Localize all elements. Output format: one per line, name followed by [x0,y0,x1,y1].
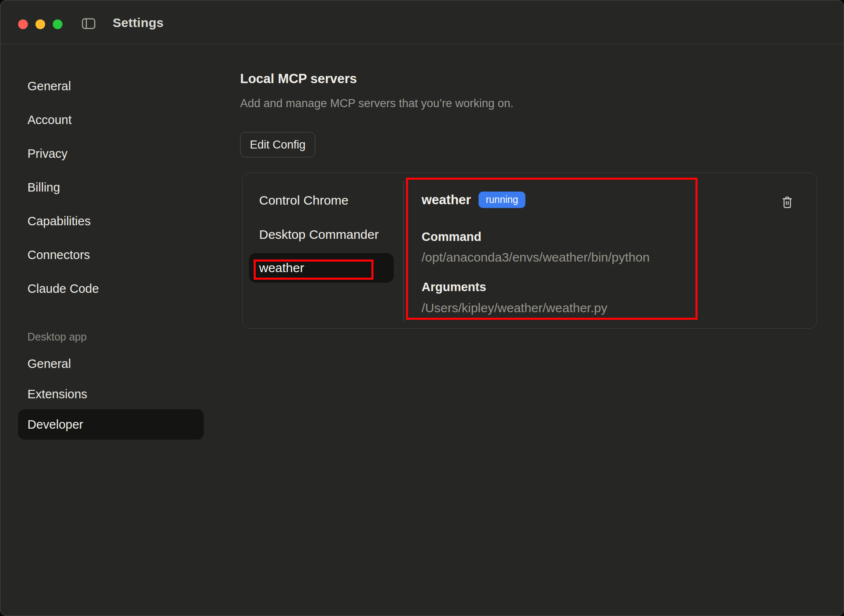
zoom-button[interactable] [53,19,62,29]
server-list-item-desktop-commander[interactable]: Desktop Commander [259,219,379,250]
sidebar-item-desktop-general[interactable]: General [18,349,204,379]
sidebar-item-capabilities[interactable]: Capabilities [18,206,204,236]
sidebar-item-privacy[interactable]: Privacy [18,138,204,169]
sidebar-item-account[interactable]: Account [18,105,204,135]
sidebar-item-extensions[interactable]: Extensions [18,379,204,409]
edit-config-button[interactable]: Edit Config [240,132,315,157]
panel-divider [403,181,404,321]
server-list-item-control-chrome[interactable]: Control Chrome [259,185,349,216]
sidebar-toggle-icon[interactable] [82,18,95,29]
command-label: Command [422,230,482,244]
settings-sidebar: General Account Privacy Billing Capabili… [0,44,214,440]
sidebar-item-general[interactable]: General [18,71,204,101]
sidebar-item-claude-code[interactable]: Claude Code [18,273,204,304]
settings-window: Settings General Account Privacy Billing… [0,0,844,616]
trash-icon [782,196,793,210]
close-button[interactable] [18,19,28,29]
arguments-value: /Users/kipley/weather/weather.py [422,301,607,315]
server-name: weather [422,192,471,208]
sidebar-section-desktop-app: Desktop app [27,331,214,344]
server-list-item-weather[interactable]: weather [249,253,394,283]
page-title: Local MCP servers [240,71,357,86]
arguments-label: Arguments [422,280,486,294]
delete-server-button[interactable] [775,191,799,214]
page-description: Add and manage MCP servers that you’re w… [240,97,514,110]
minimize-button[interactable] [35,19,45,29]
server-list: Control Chrome Desktop Commander weather [243,173,403,328]
server-details-header: weather running [422,192,525,208]
screen: Settings General Account Privacy Billing… [0,0,844,616]
window-title: Settings [113,16,164,30]
sidebar-item-developer[interactable]: Developer [18,409,204,440]
mcp-servers-panel: Control Chrome Desktop Commander weather… [242,173,817,329]
sidebar-item-connectors[interactable]: Connectors [18,240,204,270]
status-badge: running [479,192,525,208]
titlebar: Settings [0,0,844,44]
sidebar-item-billing[interactable]: Billing [18,172,204,203]
window-controls [18,19,62,29]
command-value: /opt/anaconda3/envs/weather/bin/python [422,250,649,265]
